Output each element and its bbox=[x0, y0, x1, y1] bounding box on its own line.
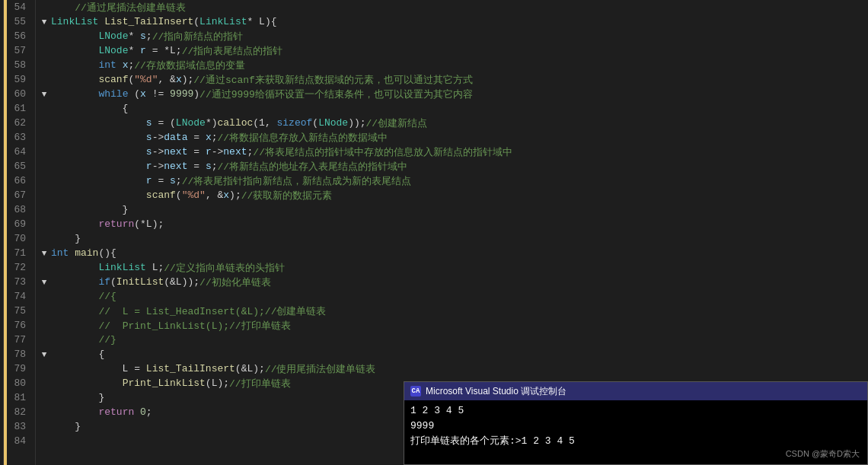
debug-output-line-2: 9999 bbox=[410, 419, 861, 434]
line-num-62: 62 bbox=[13, 116, 29, 130]
fold-61[interactable] bbox=[39, 104, 49, 113]
debug-content: 1 2 3 4 5 9999 打印单链表的各个元素:>1 2 3 4 5 CSD… bbox=[404, 400, 867, 464]
fold-72[interactable] bbox=[39, 263, 49, 272]
line-num-65: 65 bbox=[13, 159, 29, 174]
line-num-59: 59 bbox=[13, 72, 29, 87]
code-line-75: // L = List_HeadInsert(&L);//创建单链表 bbox=[36, 304, 868, 318]
debug-title-bar: CA Microsoft Visual Studio 调试控制台 bbox=[404, 382, 867, 400]
code-line-71: ▼ int main(){ bbox=[36, 246, 868, 260]
fold-64[interactable] bbox=[39, 148, 49, 157]
fold-70[interactable] bbox=[39, 234, 49, 244]
code-line-61: { bbox=[36, 101, 868, 116]
line-num-83: 83 bbox=[13, 419, 29, 434]
fold-71[interactable]: ▼ bbox=[39, 249, 49, 258]
code-line-55: ▼ LinkList List_TailInsert(LinkList* L){ bbox=[36, 14, 868, 29]
code-line-72: LinkList L;//定义指向单链表的头指针 bbox=[36, 260, 868, 275]
code-line-63: s->data = x;//将数据信息存放入新结点的数据域中 bbox=[36, 130, 868, 145]
debug-output-line-1: 1 2 3 4 5 bbox=[410, 403, 861, 419]
fold-63[interactable] bbox=[39, 133, 49, 142]
line-num-72: 72 bbox=[13, 260, 29, 275]
line-num-66: 66 bbox=[13, 174, 29, 188]
code-line-77: //} bbox=[36, 333, 868, 347]
code-content-55a: LinkList bbox=[51, 16, 98, 27]
code-line-57: LNode* r = *L;//指向表尾结点的指针 bbox=[36, 43, 868, 58]
line-num-75: 75 bbox=[13, 304, 29, 318]
code-content-54: //通过尾插法创建单链表 bbox=[51, 1, 186, 14]
code-line-76: // Print_LinkList(L);//打印单链表 bbox=[36, 318, 868, 333]
code-line-69: return(*L); bbox=[36, 217, 868, 231]
line-num-61: 61 bbox=[13, 101, 29, 116]
fold-55[interactable]: ▼ bbox=[39, 18, 49, 27]
code-line-54: //通过尾插法创建单链表 bbox=[36, 0, 868, 14]
fold-54[interactable] bbox=[39, 3, 49, 12]
line-num-56: 56 bbox=[13, 29, 29, 43]
fold-76[interactable] bbox=[39, 321, 49, 330]
code-line-78: ▼ { bbox=[36, 347, 868, 361]
line-num-58: 58 bbox=[13, 58, 29, 72]
line-num-68: 68 bbox=[13, 202, 29, 217]
fold-66[interactable] bbox=[39, 177, 49, 186]
code-line-67: scanf("%d", &x);//获取新的数据元素 bbox=[36, 188, 868, 202]
debug-title-text: Microsoft Visual Studio 调试控制台 bbox=[426, 385, 566, 398]
line-num-70: 70 bbox=[13, 231, 29, 246]
code-line-62: s = (LNode*)calloc(1, sizeof(LNode));//创… bbox=[36, 116, 868, 130]
code-line-56: LNode* s;//指向新结点的指针 bbox=[36, 29, 868, 43]
fold-67[interactable] bbox=[39, 191, 49, 200]
fold-78[interactable]: ▼ bbox=[39, 350, 49, 359]
code-line-60: ▼ while (x != 9999)//通过9999给循环设置一个结束条件，也… bbox=[36, 87, 868, 101]
fold-73[interactable]: ▼ bbox=[39, 278, 49, 287]
debug-output-line-3: 打印单链表的各个元素:>1 2 3 4 5 bbox=[410, 434, 861, 449]
line-num-60: 60 bbox=[13, 87, 29, 101]
line-num-71: 71 bbox=[13, 246, 29, 260]
fold-84[interactable] bbox=[39, 437, 49, 446]
fold-65[interactable] bbox=[39, 162, 49, 171]
fold-79[interactable] bbox=[39, 365, 49, 374]
line-num-54: 54 bbox=[13, 0, 29, 14]
line-num-69: 69 bbox=[13, 217, 29, 231]
code-line-66: r = s;//将表尾指针指向新结点，新结点成为新的表尾结点 bbox=[36, 174, 868, 188]
fold-68[interactable] bbox=[39, 205, 49, 215]
fold-69[interactable] bbox=[39, 220, 49, 229]
debug-watermark: CSDN @蒙奇D索大 bbox=[786, 448, 860, 460]
fold-60[interactable]: ▼ bbox=[39, 90, 49, 99]
line-num-63: 63 bbox=[13, 130, 29, 145]
fold-82[interactable] bbox=[39, 408, 49, 417]
fold-74[interactable] bbox=[39, 292, 49, 301]
line-num-78: 78 bbox=[13, 347, 29, 361]
debug-icon: CA bbox=[410, 386, 421, 397]
fold-80[interactable] bbox=[39, 379, 49, 388]
code-line-74: //{ bbox=[36, 289, 868, 304]
fold-59[interactable] bbox=[39, 75, 49, 84]
code-line-65: r->next = s;//将新结点的地址存入表尾结点的指针域中 bbox=[36, 159, 868, 174]
line-num-74: 74 bbox=[13, 289, 29, 304]
line-num-77: 77 bbox=[13, 333, 29, 347]
line-numbers: 54 55 56 57 58 59 60 61 62 63 64 65 66 6… bbox=[7, 0, 36, 465]
line-num-81: 81 bbox=[13, 390, 29, 405]
line-num-67: 67 bbox=[13, 188, 29, 202]
fold-57[interactable] bbox=[39, 46, 49, 56]
code-line-79: L = List_TailInsert(&L);//使用尾插法创建单链表 bbox=[36, 361, 868, 376]
line-num-76: 76 bbox=[13, 318, 29, 333]
fold-83[interactable] bbox=[39, 422, 49, 432]
fold-81[interactable] bbox=[39, 393, 49, 403]
line-num-80: 80 bbox=[13, 376, 29, 390]
code-line-58: int x;//存放数据域信息的变量 bbox=[36, 58, 868, 72]
line-num-73: 73 bbox=[13, 275, 29, 289]
code-line-70: } bbox=[36, 231, 868, 246]
code-line-68: } bbox=[36, 202, 868, 217]
editor-area: 54 55 56 57 58 59 60 61 62 63 64 65 66 6… bbox=[0, 0, 868, 465]
code-line-59: scanf("%d", &x);//通过scanf来获取新结点数据域的元素，也可… bbox=[36, 72, 868, 87]
fold-56[interactable] bbox=[39, 32, 49, 41]
debug-console[interactable]: CA Microsoft Visual Studio 调试控制台 1 2 3 4… bbox=[404, 381, 868, 465]
code-line-73: ▼ if(InitList(&L));//初始化单链表 bbox=[36, 275, 868, 289]
line-num-82: 82 bbox=[13, 405, 29, 419]
code-line-64: s->next = r->next;//将表尾结点的指针域中存放的信息放入新结点… bbox=[36, 145, 868, 159]
line-num-84: 84 bbox=[13, 434, 29, 448]
line-num-64: 64 bbox=[13, 145, 29, 159]
fold-77[interactable] bbox=[39, 336, 49, 345]
fold-75[interactable] bbox=[39, 307, 49, 316]
fold-58[interactable] bbox=[39, 61, 49, 70]
fold-62[interactable] bbox=[39, 119, 49, 128]
line-num-55: 55 bbox=[13, 14, 29, 29]
line-num-57: 57 bbox=[13, 43, 29, 58]
